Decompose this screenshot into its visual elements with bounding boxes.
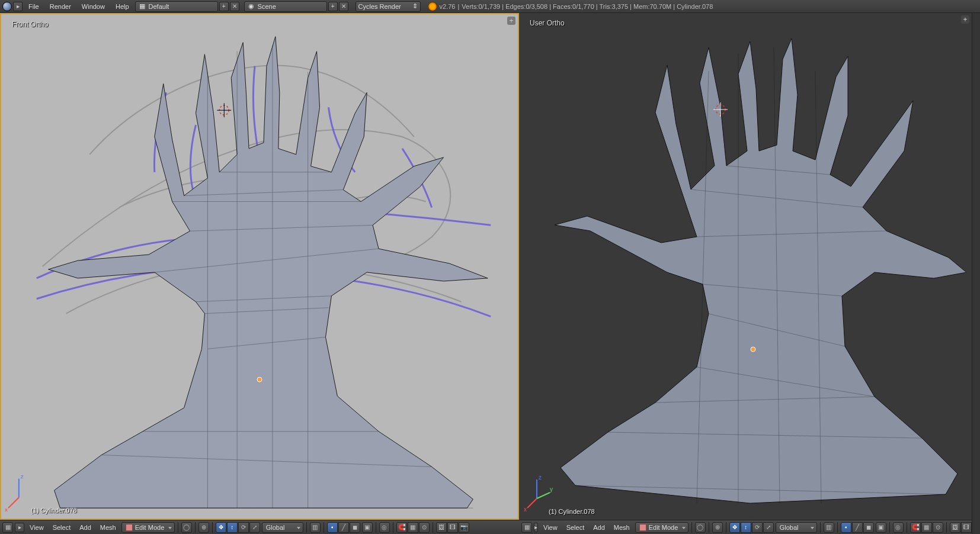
left-viewport-column: Front Ortho + — [0, 13, 519, 534]
blender-logo-icon — [428, 2, 437, 11]
remove-layout-button[interactable]: ✕ — [230, 2, 239, 11]
editor-type-icon[interactable]: ▦ — [2, 522, 13, 533]
grid-icon: ▦ — [138, 2, 146, 11]
add-scene-button[interactable]: + — [328, 2, 338, 11]
orientation-value: Global — [780, 524, 799, 531]
right-viewport-column: User Ortho + — [519, 13, 972, 534]
viewport-content: z x — [1, 14, 518, 519]
editmode-icon — [639, 524, 646, 531]
orientation-dropdown[interactable]: Global — [262, 522, 303, 533]
pivot-dropdown[interactable]: ⊕ — [198, 522, 209, 533]
menu-render[interactable]: Render — [45, 2, 76, 11]
scene-icon: ◉ — [247, 2, 255, 11]
shading-dropdown[interactable]: ◯ — [695, 522, 706, 533]
header-menu-select[interactable]: Select — [563, 523, 588, 532]
mesh-select-mode: ▪ ╱ ◼ — [841, 522, 874, 533]
right-gutter — [972, 13, 980, 534]
layers-popup[interactable]: ▥ — [310, 522, 321, 533]
header-menu-view[interactable]: View — [540, 523, 561, 532]
svg-point-0 — [257, 377, 262, 382]
header-menu-select[interactable]: Select — [49, 523, 75, 532]
snap-element-icon[interactable]: ▦ — [408, 522, 418, 533]
scale-manip-icon[interactable]: ⤢ — [763, 522, 774, 533]
screen-layout-value: Default — [149, 3, 215, 10]
header-menu-add[interactable]: Add — [76, 523, 95, 532]
render-image-icon[interactable]: 🖼 — [950, 522, 960, 533]
active-object-label: (1) Cylinder.078 — [31, 507, 77, 514]
svg-point-6 — [751, 347, 755, 352]
face-select-icon[interactable]: ◼ — [350, 522, 360, 533]
rotate-manip-icon[interactable]: ⟳ — [752, 522, 763, 533]
svg-text:y: y — [550, 486, 553, 493]
snap-element-icon[interactable]: ▦ — [921, 522, 932, 533]
remove-scene-button[interactable]: ✕ — [339, 2, 348, 11]
edge-select-icon[interactable]: ╱ — [338, 522, 349, 533]
svg-text:z: z — [21, 473, 24, 480]
limit-selection-icon[interactable]: ▣ — [876, 522, 886, 533]
prop-edit-dropdown[interactable]: ◎ — [893, 522, 904, 533]
svg-text:x: x — [5, 506, 8, 513]
snap-toggles: 🧲 ▦ ⊙ — [396, 522, 430, 533]
top-menu-bar: ▸ File Render Window Help ▦ Default + ✕ … — [0, 0, 980, 13]
expand-header-icon[interactable]: ▸ — [15, 523, 24, 532]
version-label: v2.76 — [440, 3, 456, 10]
vertex-select-icon[interactable]: ▪ — [841, 522, 851, 533]
face-select-icon[interactable]: ◼ — [863, 522, 874, 533]
manipulator-toggles: ✥ ↕ ⟳ ⤢ — [216, 522, 260, 533]
vertex-select-icon[interactable]: ▪ — [327, 522, 338, 533]
mode-dropdown[interactable]: Edit Mode — [121, 522, 175, 533]
shading-dropdown[interactable]: ◯ — [181, 522, 192, 533]
orientation-dropdown[interactable]: Global — [776, 522, 817, 533]
editor-type-icon[interactable]: ▦ — [521, 522, 532, 533]
svg-line-10 — [527, 498, 537, 508]
render-anim-icon[interactable]: 🎞 — [447, 522, 458, 533]
svg-line-9 — [537, 493, 550, 498]
orientation-value: Global — [266, 524, 285, 531]
menu-window[interactable]: Window — [77, 2, 110, 11]
blender-info-icon[interactable] — [2, 2, 12, 11]
stats-text: Verts:0/1,739 | Edges:0/3,508 | Faces:0/… — [462, 3, 713, 10]
layers-popup[interactable]: ▥ — [824, 522, 834, 533]
render-image-icon[interactable]: 🖼 — [436, 522, 447, 533]
scene-value: Scene — [258, 3, 324, 10]
manipulator-toggle[interactable]: ✥ — [729, 522, 740, 533]
translate-manip-icon[interactable]: ↕ — [227, 522, 238, 533]
menu-help[interactable]: Help — [111, 2, 134, 11]
viewport-right[interactable]: User Ortho + — [519, 13, 972, 520]
translate-manip-icon[interactable]: ↕ — [741, 522, 751, 533]
add-layout-button[interactable]: + — [219, 2, 229, 11]
limit-selection-icon[interactable]: ▣ — [362, 522, 373, 533]
render-engine-dropdown[interactable]: Cycles Render ⇕ — [356, 1, 421, 12]
scene-dropdown[interactable]: ◉ Scene — [244, 1, 327, 12]
prop-edit-dropdown[interactable]: ◎ — [379, 522, 390, 533]
snap-target-icon[interactable]: ⊙ — [933, 522, 943, 533]
mode-dropdown[interactable]: Edit Mode — [635, 522, 688, 533]
snap-toggle-icon[interactable]: 🧲 — [910, 522, 921, 533]
menu-file[interactable]: File — [24, 2, 44, 11]
header-menu-view[interactable]: View — [26, 523, 47, 532]
opengl-render-icon[interactable]: 📷 — [459, 522, 469, 533]
render-buttons: 🖼 🎞 📷 — [950, 522, 972, 533]
edge-select-icon[interactable]: ╱ — [852, 522, 863, 533]
snap-target-icon[interactable]: ⊙ — [419, 522, 430, 533]
rotate-manip-icon[interactable]: ⟳ — [238, 522, 249, 533]
manipulator-toggles: ✥ ↕ ⟳ ⤢ — [729, 522, 774, 533]
header-menu-mesh[interactable]: Mesh — [610, 523, 633, 532]
svg-line-3 — [8, 497, 19, 508]
scale-manip-icon[interactable]: ⤢ — [249, 522, 260, 533]
pivot-dropdown[interactable]: ⊕ — [712, 522, 723, 533]
expand-menus-icon[interactable]: ▸ — [13, 2, 23, 11]
expand-header-icon[interactable]: ▸ — [534, 523, 538, 532]
manipulator-toggle[interactable]: ✥ — [216, 522, 226, 533]
viewport-header-right: ▦ ▸ View Select Add Mesh Edit Mode ◯ ⊕ ✥… — [519, 520, 972, 534]
editmode-icon — [126, 524, 133, 531]
screen-layout-dropdown[interactable]: ▦ Default — [135, 1, 218, 12]
viewport-header-left: ▦ ▸ View Select Add Mesh Edit Mode ◯ ⊕ ✥… — [0, 520, 519, 534]
render-engine-value: Cycles Render — [358, 3, 410, 10]
snap-toggle-icon[interactable]: 🧲 — [396, 522, 407, 533]
chevron-updown-icon: ⇕ — [412, 2, 418, 10]
render-anim-icon[interactable]: 🎞 — [961, 522, 972, 533]
header-menu-mesh[interactable]: Mesh — [97, 523, 120, 532]
viewport-left[interactable]: Front Ortho + — [0, 13, 519, 520]
header-menu-add[interactable]: Add — [590, 523, 609, 532]
